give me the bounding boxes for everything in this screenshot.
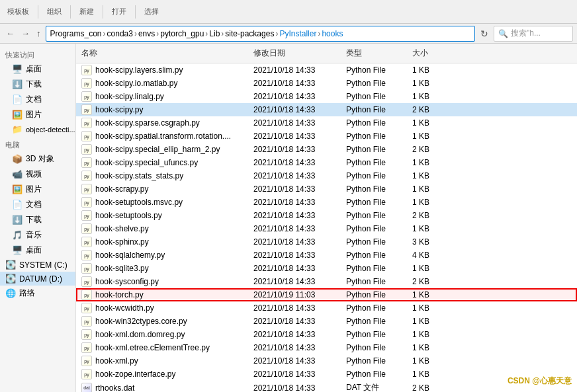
table-row[interactable]: py hook-scipy.io.matlab.py 2021/10/18 14… bbox=[76, 77, 577, 90]
table-row[interactable]: py hook-sqlalchemy.py 2021/10/18 14:33 P… bbox=[76, 249, 577, 262]
documents-icon: 📄 bbox=[12, 95, 22, 104]
file-size: 3 KB bbox=[412, 237, 465, 247]
toolbar-template[interactable]: 模板板 bbox=[4, 5, 32, 19]
back-button[interactable]: ← bbox=[4, 27, 17, 40]
file-name: hook-zope.interface.py bbox=[95, 370, 175, 379]
sidebar-item-3dobjects[interactable]: 📦 3D 对象 bbox=[0, 151, 75, 167]
sidebar-item-objectdetect[interactable]: 📁 object-detecti... bbox=[0, 122, 75, 136]
table-row[interactable]: py hook-scipy.layers.slim.py 2021/10/18 … bbox=[76, 63, 577, 77]
sidebar-item-videos[interactable]: 📹 视频 bbox=[0, 167, 75, 182]
table-row[interactable]: py hook-shelve.py 2021/10/18 14:33 Pytho… bbox=[76, 222, 577, 235]
file-date: 2021/10/18 14:33 bbox=[253, 132, 346, 141]
table-row[interactable]: py hook-scipy.sparse.csgraph.py 2021/10/… bbox=[76, 116, 577, 130]
header-date[interactable]: 修改日期 bbox=[253, 46, 346, 60]
table-row[interactable]: py hook-xml.dom.domreg.py 2021/10/18 14:… bbox=[76, 328, 577, 341]
file-date: 2021/10/18 14:33 bbox=[253, 158, 346, 167]
file-size: 1 KB bbox=[412, 356, 465, 366]
toolbar-select[interactable]: 选择 bbox=[141, 5, 162, 19]
breadcrumb-pyinstaller: PyInstaller bbox=[279, 29, 316, 38]
file-name: hook-xml.dom.domreg.py bbox=[95, 330, 185, 339]
file-name: hook-scipy.spatial.transform.rotation...… bbox=[95, 132, 231, 141]
sidebar-item-pictures2[interactable]: 🖼️ 图片 bbox=[0, 182, 75, 197]
file-name: hook-scipy.io.matlab.py bbox=[95, 79, 178, 88]
header-type[interactable]: 类型 bbox=[346, 46, 412, 60]
sidebar-label-systemc: SYSTEM (C:) bbox=[19, 260, 67, 270]
table-row[interactable]: py hook-scipy.special_ellip_harm_2.py 20… bbox=[76, 143, 577, 156]
refresh-button[interactable]: ↻ bbox=[478, 27, 491, 40]
breadcrumb-envs: envs bbox=[138, 29, 155, 38]
toolbar-new[interactable]: 新建 bbox=[76, 5, 97, 19]
file-type: Python File bbox=[346, 224, 412, 233]
table-row[interactable]: py hook-scipy.linalg.py 2021/10/18 14:33… bbox=[76, 90, 577, 103]
table-row[interactable]: py hook-scipy.py 2021/10/18 14:33 Python… bbox=[76, 103, 577, 116]
table-row[interactable]: py hook-scrapy.py 2021/10/18 14:33 Pytho… bbox=[76, 182, 577, 196]
file-type: DAT 文件 bbox=[346, 382, 412, 392]
sidebar-item-documents2[interactable]: 📄 文档 bbox=[0, 197, 75, 212]
sidebar-item-music[interactable]: 🎵 音乐 bbox=[0, 227, 75, 243]
file-size: 1 KB bbox=[412, 171, 465, 180]
file-name-cell: py hook-xml.etree.cElementTree.py bbox=[81, 342, 253, 353]
file-name-cell: py hook-scrapy.py bbox=[81, 184, 253, 194]
table-row[interactable]: py hook-torch.py 2021/10/19 11:03 Python… bbox=[76, 288, 577, 301]
header-size[interactable]: 大小 bbox=[412, 46, 465, 60]
sidebar-item-datumd[interactable]: 💽 DATUM (D:) bbox=[0, 272, 75, 286]
file-name: hook-wcwidth.py bbox=[95, 303, 154, 313]
sidebar-label-objectdetect: object-detecti... bbox=[26, 126, 75, 134]
file-type: Python File bbox=[346, 171, 412, 180]
file-name: hook-xml.py bbox=[95, 356, 138, 366]
file-name-cell: py hook-scipy.layers.slim.py bbox=[81, 65, 253, 75]
file-name: hook-scipy.special_ellip_harm_2.py bbox=[95, 145, 220, 154]
file-date: 2021/10/18 14:33 bbox=[253, 277, 346, 286]
file-type: Python File bbox=[346, 132, 412, 141]
table-row[interactable]: py hook-win32ctypes.core.py 2021/10/18 1… bbox=[76, 315, 577, 328]
file-size: 1 KB bbox=[412, 317, 465, 326]
sidebar-item-network[interactable]: 🌐 路络 bbox=[0, 286, 75, 301]
dat-file-icon: dat bbox=[81, 383, 92, 393]
search-box[interactable]: 🔍 搜索"h... bbox=[494, 26, 573, 42]
separator-1 bbox=[38, 5, 38, 19]
table-row[interactable]: py hook-sysconfig.py 2021/10/18 14:33 Py… bbox=[76, 275, 577, 288]
table-row[interactable]: py hook-sphinx.py 2021/10/18 14:33 Pytho… bbox=[76, 235, 577, 249]
file-name-cell: py hook-scipy.linalg.py bbox=[81, 91, 253, 102]
breadcrumb[interactable]: Programs_con › conda3 › envs › pytorch_g… bbox=[46, 26, 476, 42]
forward-button[interactable]: → bbox=[19, 27, 32, 40]
table-row[interactable]: py hook-xml.etree.cElementTree.py 2021/1… bbox=[76, 341, 577, 354]
file-date: 2021/10/18 14:33 bbox=[253, 251, 346, 260]
sidebar-item-downloads[interactable]: ⬇️ 下载 bbox=[0, 77, 75, 92]
file-date: 2021/10/18 14:33 bbox=[253, 145, 346, 154]
python-file-icon: py bbox=[81, 276, 92, 287]
main-layout: 快速访问 🖥️ 桌面 ⬇️ 下载 📄 文档 🖼️ 图片 📁 object-det… bbox=[0, 44, 577, 392]
table-row[interactable]: py hook-scipy.special_ufuncs.py 2021/10/… bbox=[76, 156, 577, 169]
file-name: hook-scipy.sparse.csgraph.py bbox=[95, 118, 200, 128]
sidebar-item-systemc[interactable]: 💽 SYSTEM (C:) bbox=[0, 258, 75, 272]
table-row[interactable]: py hook-xml.py 2021/10/18 14:33 Python F… bbox=[76, 354, 577, 368]
table-row[interactable]: py hook-zope.interface.py 2021/10/18 14:… bbox=[76, 368, 577, 381]
file-date: 2021/10/18 14:33 bbox=[253, 118, 346, 128]
sidebar-item-desktop[interactable]: 🖥️ 桌面 bbox=[0, 61, 75, 77]
table-row[interactable]: py hook-wcwidth.py 2021/10/18 14:33 Pyth… bbox=[76, 301, 577, 315]
up-button[interactable]: ↑ bbox=[34, 27, 43, 40]
file-type: Python File bbox=[346, 198, 412, 207]
sidebar-item-downloads2[interactable]: ⬇️ 下载 bbox=[0, 212, 75, 227]
table-row[interactable]: py hook-setuptools.py 2021/10/18 14:33 P… bbox=[76, 209, 577, 222]
table-row[interactable]: py hook-setuptools.msvc.py 2021/10/18 14… bbox=[76, 196, 577, 209]
file-date: 2021/10/18 14:33 bbox=[253, 370, 346, 379]
sidebar-item-pictures[interactable]: 🖼️ 图片 bbox=[0, 107, 75, 122]
table-row[interactable]: py hook-scipy.stats_stats.py 2021/10/18 … bbox=[76, 169, 577, 182]
file-type: Python File bbox=[346, 92, 412, 101]
file-type: Python File bbox=[346, 370, 412, 379]
python-file-icon: py bbox=[81, 250, 92, 260]
toolbar-organize[interactable]: 组织 bbox=[44, 5, 65, 19]
file-name: hook-scrapy.py bbox=[95, 184, 148, 194]
sidebar-item-desktop2[interactable]: 🖥️ 桌面 bbox=[0, 243, 75, 258]
file-type: Python File bbox=[346, 158, 412, 167]
table-row[interactable]: py hook-scipy.spatial.transform.rotation… bbox=[76, 130, 577, 143]
file-name-cell: py hook-scipy.sparse.csgraph.py bbox=[81, 118, 253, 128]
table-row[interactable]: dat rthooks.dat 2021/10/18 14:33 DAT 文件 … bbox=[76, 381, 577, 392]
table-row[interactable]: py hook-sqlite3.py 2021/10/18 14:33 Pyth… bbox=[76, 262, 577, 275]
header-name[interactable]: 名称 bbox=[81, 46, 253, 60]
sidebar-item-documents[interactable]: 📄 文档 bbox=[0, 92, 75, 107]
toolbar-open[interactable]: 打开 bbox=[109, 5, 130, 19]
sidebar-label-datumd: DATUM (D:) bbox=[19, 274, 62, 284]
file-name: hook-scipy.py bbox=[95, 105, 143, 114]
